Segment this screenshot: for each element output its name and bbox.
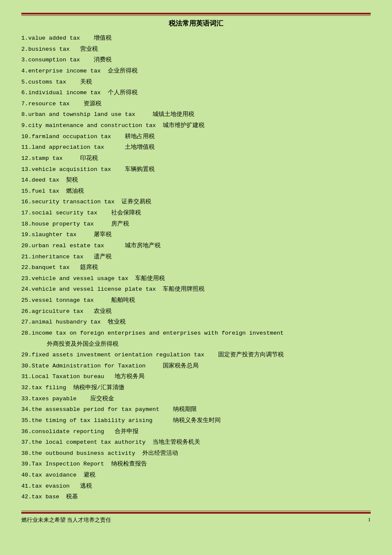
list-item: 36.consolidate reporting 合并申报 bbox=[21, 427, 371, 437]
list-item: 18.house property tax 房产税 bbox=[21, 219, 371, 229]
list-item: 17.social security tax 社会保障税 bbox=[21, 208, 371, 218]
list-item: 35.the timing of tax liability arising 纳… bbox=[21, 416, 371, 426]
list-item: 42.tax base 税基 bbox=[21, 492, 371, 502]
bottom-border-thin bbox=[21, 511, 371, 511]
list-item: 5.customs tax 关税 bbox=[21, 77, 371, 87]
content-area: 1.value added tax 增值税 2.business tax 营业税… bbox=[21, 33, 371, 502]
list-item: 22.banquet tax 筵席税 bbox=[21, 263, 371, 273]
list-item: 3.consumption tax 消费税 bbox=[21, 55, 371, 65]
list-item: 30.State Administration for Taxation 国家税… bbox=[21, 361, 371, 371]
list-item: 12.stamp tax 印花税 bbox=[21, 153, 371, 164]
list-item: 14.deed tax 契税 bbox=[21, 175, 371, 185]
footer-left: 燃行业未来之希望 当人才培养之责任 bbox=[21, 516, 111, 524]
list-item: 20.urban real estate tax 城市房地产税 bbox=[21, 241, 371, 251]
list-item: 8.urban and township land use tax 城镇土地使用… bbox=[21, 110, 371, 120]
list-item: 1.value added tax 增值税 bbox=[21, 33, 371, 43]
list-item: 26.agriculture tax 农业税 bbox=[21, 306, 371, 317]
list-item: 27.animal husbandry tax 牧业税 bbox=[21, 317, 371, 327]
list-item: 6.individual income tax 个人所得税 bbox=[21, 88, 371, 98]
list-item: 25.vessel tonnage tax 船舶吨税 bbox=[21, 295, 371, 306]
bottom-border-thick bbox=[21, 512, 371, 514]
list-item: 33.taxes payable 应交税金 bbox=[21, 394, 371, 404]
list-item: 32.tax filing 纳税申报/汇算清缴 bbox=[21, 383, 371, 393]
list-item: 2.business tax 营业税 bbox=[21, 44, 371, 55]
list-item: 39.Tax Inspection Report 纳税检查报告 bbox=[21, 459, 371, 469]
list-item: 10.farmland occupation tax 耕地占用税 bbox=[21, 132, 371, 142]
list-item: 21.inheritance tax 遗产税 bbox=[21, 252, 371, 262]
list-item: 24.vehicle and vessel license plate tax … bbox=[21, 284, 371, 295]
page-container: 税法常用英语词汇 1.value added tax 增值税 2.busines… bbox=[13, 9, 379, 532]
list-item: 29.fixed assets investment orientation r… bbox=[21, 350, 371, 360]
list-item: 28.income tax on foreign enterprises and… bbox=[21, 328, 371, 338]
top-border-thin bbox=[21, 15, 371, 16]
list-item: 7.resource tax 资源税 bbox=[21, 99, 371, 109]
list-item: 11.land appreciation tax 土地增值税 bbox=[21, 142, 371, 153]
list-item: 4.enterprise income tax 企业所得税 bbox=[21, 66, 371, 76]
list-item: 23.vehicle and vessel usage tax 车船使用税 bbox=[21, 274, 371, 284]
list-item: 9.city maintenance and construction tax … bbox=[21, 121, 371, 131]
footer: 燃行业未来之希望 当人才培养之责任 1 bbox=[21, 516, 371, 524]
bottom-section: 燃行业未来之希望 当人才培养之责任 1 bbox=[21, 511, 371, 524]
list-item: 31.Local Taxation bureau 地方税务局 bbox=[21, 372, 371, 382]
list-item: 34.the assessable period for tax payment… bbox=[21, 405, 371, 415]
list-item: 19.slaughter tax 屠宰税 bbox=[21, 230, 371, 240]
list-item: 40.tax avoidance 避税 bbox=[21, 470, 371, 480]
list-item: 38.the outbound business activity 外出经营活动 bbox=[21, 448, 371, 459]
page-title: 税法常用英语词汇 bbox=[21, 19, 371, 28]
list-item: 37.the local competent tax authority 当地主… bbox=[21, 437, 371, 448]
footer-right: 1 bbox=[368, 516, 371, 524]
list-item: 41.tax evasion 逃税 bbox=[21, 481, 371, 491]
top-border-thick bbox=[21, 13, 371, 14]
list-item: 15.fuel tax 燃油税 bbox=[21, 186, 371, 197]
list-item: 16.security transaction tax 证券交易税 bbox=[21, 197, 371, 207]
list-item: 13.vehicle acquisition tax 车辆购置税 bbox=[21, 165, 371, 175]
list-item-indent: 外商投资及外国企业所得税 bbox=[21, 339, 371, 350]
